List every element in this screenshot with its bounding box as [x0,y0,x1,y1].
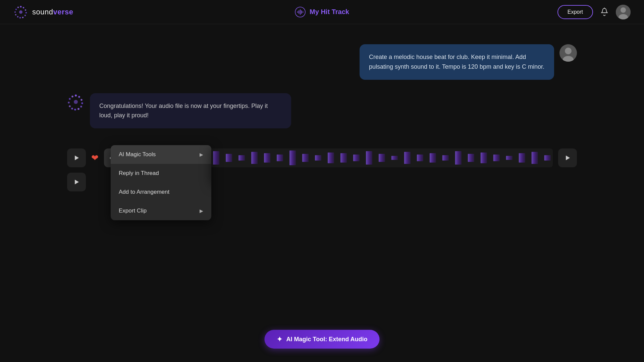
menu-item-ai-magic-tools-label: AI Magic Tools [119,151,156,158]
export-button[interactable]: Export [557,5,593,19]
svg-rect-57 [340,153,347,163]
user-message-text: Create a melodic house beat for club. Ke… [369,54,544,70]
svg-point-35 [68,102,69,103]
ai-avatar-icon [67,93,85,111]
ai-message-row: Congratulations! Your audio file is now … [67,93,577,129]
svg-rect-72 [532,152,538,164]
svg-rect-61 [391,156,398,160]
export-chevron-right-icon: ▶ [200,208,203,214]
menu-item-export-label: Export Clip [119,207,147,214]
play-button-2[interactable] [558,148,577,167]
svg-point-5 [22,16,24,18]
svg-rect-71 [519,153,525,163]
ai-magic-tool-label: AI Magic Tool: Extend Audio [286,336,368,343]
svg-marker-39 [75,156,79,160]
svg-point-0 [20,6,22,7]
play-button-1[interactable] [67,148,86,167]
logo-area: soundverse [13,5,73,19]
svg-rect-68 [481,153,487,163]
context-menu: AI Magic Tools ▶ Reply in Thread Add to … [111,145,211,220]
menu-item-reply-in-thread[interactable]: Reply in Thread [111,164,211,183]
svg-rect-63 [417,155,423,161]
ai-message-text: Congratulations! Your audio file is now … [99,103,268,119]
svg-rect-69 [493,155,500,161]
svg-point-34 [69,105,70,107]
ai-message-bubble: Congratulations! Your audio file is now … [90,93,291,129]
svg-rect-17 [301,10,302,14]
svg-rect-47 [213,151,219,165]
svg-rect-54 [302,154,309,162]
svg-rect-67 [468,154,474,162]
svg-point-9 [14,11,16,12]
svg-rect-55 [315,155,321,161]
track-waveform-icon [295,7,306,17]
svg-point-33 [71,108,73,109]
svg-rect-56 [328,153,334,163]
svg-point-3 [25,12,27,13]
menu-item-add-to-arrangement[interactable]: Add to Arrangement [111,183,211,201]
soundverse-logo-icon [13,5,28,19]
svg-point-4 [24,14,26,16]
svg-rect-48 [226,154,232,162]
user-chat-avatar [559,44,577,62]
menu-item-arrangement-label: Add to Arrangement [119,189,169,195]
svg-rect-15 [299,10,299,14]
menu-item-reply-label: Reply in Thread [119,170,159,177]
chat-area: Create a melodic house beat for club. Ke… [0,24,644,148]
svg-rect-58 [353,155,360,161]
svg-point-6 [19,17,21,18]
svg-rect-62 [404,152,411,164]
svg-point-29 [81,102,83,104]
controls-area: ❤ [0,148,644,191]
svg-point-28 [80,99,82,101]
svg-rect-14 [297,11,298,13]
svg-rect-51 [264,153,270,163]
svg-rect-16 [300,9,301,15]
svg-point-10 [15,8,17,10]
center-title-area: My Hit Track [295,7,349,17]
svg-point-11 [17,6,19,8]
play-button-3[interactable] [67,173,86,191]
svg-rect-64 [430,153,436,163]
chevron-right-icon: ▶ [200,152,203,157]
favorite-button[interactable]: ❤ [91,153,99,163]
svg-point-24 [565,48,572,54]
header: soundverse My Hit Track Export [0,0,644,24]
svg-point-30 [80,106,82,107]
sparkle-icon: ✦ [277,335,282,343]
menu-item-ai-magic-tools[interactable]: AI Magic Tools ▶ [111,145,211,164]
svg-rect-70 [506,156,513,160]
track-title: My Hit Track [310,8,349,16]
user-message-bubble: Create a melodic house beat for club. Ke… [360,44,554,80]
svg-rect-66 [455,151,462,165]
svg-point-38 [74,100,78,104]
svg-point-2 [25,9,26,10]
ai-magic-tool-button[interactable]: ✦ AI Magic Tool: Extend Audio [265,330,380,349]
svg-rect-52 [277,155,283,161]
svg-point-27 [78,96,80,98]
svg-rect-49 [238,155,245,161]
svg-rect-60 [379,154,385,162]
user-message-row: Create a melodic house beat for club. Ke… [67,44,577,80]
svg-marker-75 [75,180,79,184]
svg-point-36 [69,98,70,100]
notification-icon[interactable] [600,7,609,17]
svg-point-31 [77,108,79,110]
svg-point-7 [17,16,18,17]
svg-point-8 [15,14,16,15]
user-avatar[interactable] [616,5,631,19]
svg-rect-59 [366,151,372,165]
svg-rect-53 [289,150,296,165]
logo-text: soundverse [32,8,73,16]
menu-item-export-clip[interactable]: Export Clip ▶ [111,201,211,220]
header-right: Export [557,5,631,19]
svg-marker-74 [566,156,570,160]
svg-rect-73 [544,155,551,161]
svg-point-32 [74,109,76,111]
svg-rect-50 [251,152,258,164]
svg-rect-18 [303,11,303,13]
svg-rect-65 [442,155,449,161]
svg-point-26 [75,95,77,97]
svg-point-21 [621,7,626,13]
bottom-bar: ✦ AI Magic Tool: Extend Audio [265,330,380,349]
